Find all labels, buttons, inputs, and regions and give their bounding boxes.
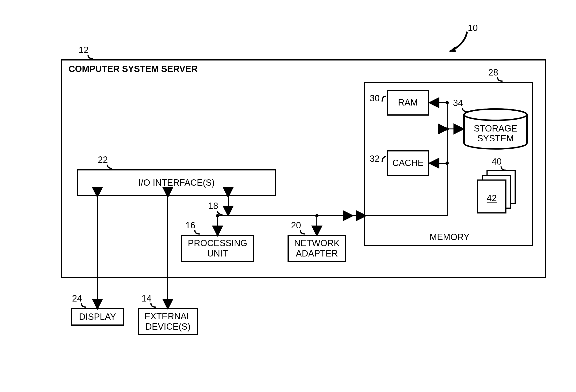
diagram-canvas: COMPUTER SYSTEM SERVER I/O INTERFACE(S) …	[0, 0, 576, 392]
connectors	[0, 0, 576, 392]
